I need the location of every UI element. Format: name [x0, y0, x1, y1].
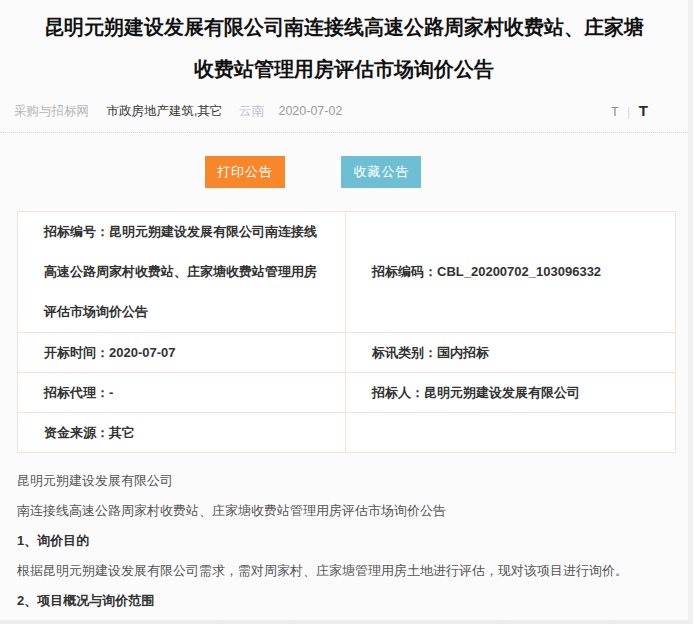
- dotted-divider: [0, 132, 688, 133]
- tender-code-cell: 招标编码：CBL_20200702_103096332: [346, 212, 676, 333]
- announcement-body: 昆明元朔建设发展有限公司 南连接线高速公路周家村收费站、庄家塘收费站管理用房评估…: [17, 466, 671, 624]
- announcement-page: 昆明元朔建设发展有限公司南连接线高速公路周家村收费站、庄家塘收费站管理用房评估市…: [0, 0, 693, 624]
- empty-cell: [346, 413, 676, 453]
- project-content-text: 2.1项目内容：南连接线高速公路周家村管理用房土地（面积约5434.72平方米）…: [17, 616, 671, 624]
- font-controls-divider: |: [627, 105, 630, 119]
- font-size-controls: T | T: [611, 102, 648, 121]
- section-heading-project-overview: 2、项目概况与询价范围: [17, 586, 671, 616]
- print-announcement-button[interactable]: 打印公告: [205, 156, 285, 188]
- page-title: 昆明元朔建设发展有限公司南连接线高速公路周家村收费站、庄家塘收费站管理用房评估市…: [40, 6, 648, 90]
- tender-number-cell: 招标编号：昆明元朔建设发展有限公司南连接线高速公路周家村收费站、庄家塘收费站管理…: [18, 212, 346, 333]
- open-bid-time-cell: 开标时间：2020-07-07: [18, 333, 346, 373]
- table-row: 招标代理：- 招标人：昆明元朔建设发展有限公司: [18, 373, 676, 413]
- favorite-announcement-button[interactable]: 收藏公告: [341, 156, 421, 188]
- bid-category-cell: 标讯类别：国内招标: [346, 333, 676, 373]
- font-increase-button[interactable]: T: [639, 102, 648, 119]
- funding-source-cell: 资金来源：其它: [18, 413, 346, 453]
- source-site-link[interactable]: 采购与招标网: [14, 104, 89, 118]
- table-row: 开标时间：2020-07-07 标讯类别：国内招标: [18, 333, 676, 373]
- table-row: 资金来源：其它: [18, 413, 676, 453]
- section-heading-inquiry-purpose: 1、询价目的: [17, 526, 671, 556]
- announcement-subtitle-line: 南连接线高速公路周家村收费站、庄家塘收费站管理用房评估市场询价公告: [17, 496, 671, 526]
- title-section: 昆明元朔建设发展有限公司南连接线高速公路周家村收费站、庄家塘收费站管理用房评估市…: [0, 0, 688, 90]
- tenderer-cell: 招标人：昆明元朔建设发展有限公司: [346, 373, 676, 413]
- inquiry-purpose-text: 根据昆明元朔建设发展有限公司需求，需对周家村、庄家塘管理用房土地进行评估，现对该…: [17, 556, 671, 586]
- table-row: 招标编号：昆明元朔建设发展有限公司南连接线高速公路周家村收费站、庄家塘收费站管理…: [18, 212, 676, 333]
- font-decrease-button[interactable]: T: [611, 105, 618, 119]
- meta-bar: 采购与招标网 市政房地产建筑,其它 云南 2020-07-02 T | T: [14, 102, 674, 120]
- category-label: 市政房地产建筑,其它: [106, 104, 222, 118]
- action-buttons: 打印公告 收藏公告: [205, 156, 688, 188]
- tender-agent-cell: 招标代理：-: [18, 373, 346, 413]
- region-label: 云南: [239, 104, 264, 118]
- tender-info-table: 招标编号：昆明元朔建设发展有限公司南连接线高速公路周家村收费站、庄家塘收费站管理…: [17, 211, 676, 453]
- company-name-line: 昆明元朔建设发展有限公司: [17, 466, 671, 496]
- publish-date: 2020-07-02: [278, 104, 342, 118]
